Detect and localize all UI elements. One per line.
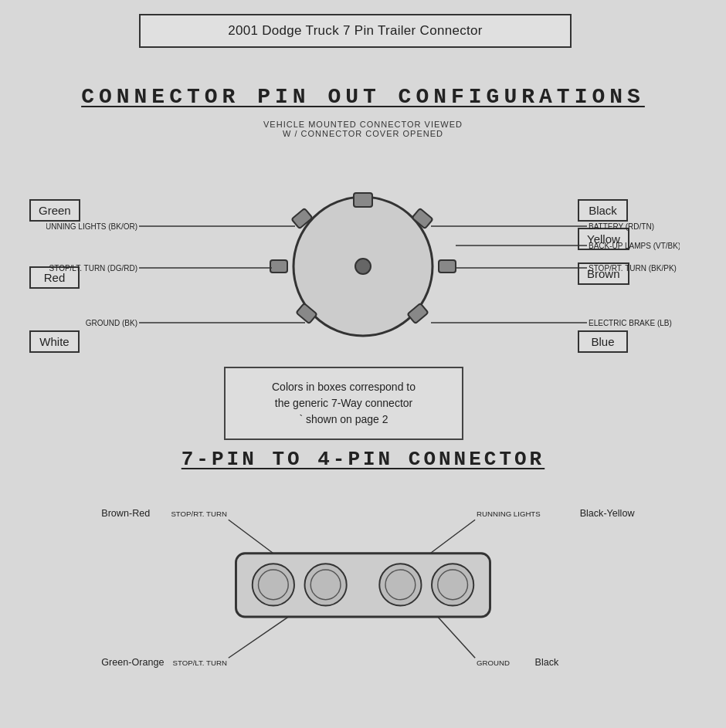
sub-heading: VEHICLE MOUNTED CONNECTOR VIEWED W / CON… (0, 120, 726, 138)
svg-text:RUNNING LIGHTS (BK/OR): RUNNING LIGHTS (BK/OR) (46, 222, 137, 231)
connector-diagram: RUNNING LIGHTS (BK/OR) STOP/LT. TURN (DG… (46, 154, 680, 386)
fourpin-diagram: STOP/RT. TURN Brown-Red RUNNING LIGHTS B… (46, 479, 680, 710)
svg-text:STOP/RT. TURN: STOP/RT. TURN (171, 510, 226, 518)
svg-line-32 (229, 520, 273, 554)
svg-text:RUNNING LIGHTS: RUNNING LIGHTS (477, 510, 541, 518)
fourpin-heading: 7-PIN TO 4-PIN CONNECTOR (0, 448, 726, 471)
svg-text:ELECTRIC BRAKE (LB): ELECTRIC BRAKE (LB) (589, 319, 672, 327)
svg-text:STOP/RT. TURN (BK/PK): STOP/RT. TURN (BK/PK) (589, 264, 677, 273)
svg-text:GROUND: GROUND (477, 659, 510, 667)
svg-text:Black-Yellow: Black-Yellow (580, 508, 636, 519)
svg-line-41 (438, 617, 475, 658)
svg-text:GROUND (BK): GROUND (BK) (86, 319, 137, 327)
title-box: 2001 Dodge Truck 7 Pin Trailer Connector (139, 14, 572, 48)
title-text: 2001 Dodge Truck 7 Pin Trailer Connector (228, 23, 483, 38)
svg-text:Green-Orange: Green-Orange (101, 657, 164, 668)
svg-text:STOP/LT. TURN: STOP/LT. TURN (173, 659, 227, 667)
main-heading: CONNECTOR PIN OUT CONFIGURATIONS (0, 85, 726, 109)
svg-rect-2 (354, 193, 372, 207)
svg-line-35 (430, 520, 475, 554)
svg-text:Black: Black (535, 657, 559, 668)
svg-rect-6 (439, 260, 456, 273)
svg-text:Brown-Red: Brown-Red (101, 508, 150, 519)
svg-text:STOP/LT. TURN (DG/RD): STOP/LT. TURN (DG/RD) (49, 264, 137, 273)
svg-text:BACK-UP LAMPS (VT/BK): BACK-UP LAMPS (VT/BK) (589, 242, 680, 250)
note-box: Colors in boxes correspond to the generi… (224, 367, 463, 440)
svg-rect-5 (270, 260, 287, 273)
svg-text:BATTERY (RD/TN): BATTERY (RD/TN) (589, 222, 654, 231)
svg-line-38 (229, 617, 288, 658)
svg-point-1 (355, 259, 371, 274)
